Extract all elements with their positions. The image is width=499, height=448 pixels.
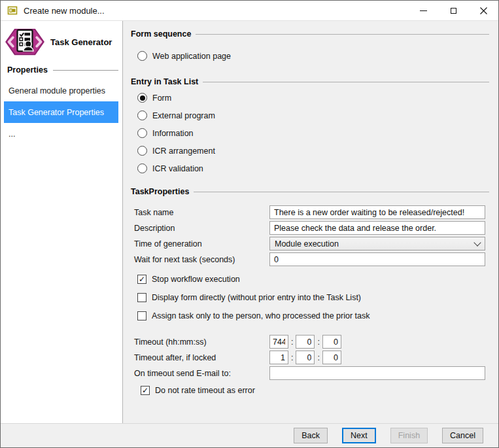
radio-label: External program — [152, 111, 215, 120]
radio-label: Information — [152, 129, 194, 138]
radio-row-external-program: External program — [137, 110, 489, 121]
group-rule — [194, 192, 489, 192]
radio-label: ICR validation — [152, 164, 203, 173]
radio-label: ICR arrangement — [152, 146, 215, 156]
timeout-label: Timeout (hh:mm:ss) — [134, 337, 269, 347]
check-icon: ✓ — [139, 275, 145, 283]
radio-button-information[interactable] — [137, 128, 147, 138]
dialog-window: Create new module... — [0, 0, 499, 448]
check-icon: ✓ — [142, 387, 148, 394]
sidebar-item-general-module-properties[interactable]: General module properties — [4, 80, 118, 101]
time-of-generation-select[interactable]: Module execution — [269, 237, 485, 250]
timeout-locked-seconds-input[interactable] — [322, 351, 341, 364]
form-window-icon — [7, 5, 18, 16]
field-row-description: Description — [134, 221, 489, 235]
checkbox-row-assign-task-only: Assign task only to the person, who proc… — [137, 311, 489, 321]
timeout-seconds-input[interactable] — [322, 335, 341, 349]
timeout-hours-input[interactable] — [269, 335, 288, 349]
sidebar-nav: General module properties Task Generator… — [1, 80, 122, 145]
stop-workflow-checkbox[interactable]: ✓ — [137, 275, 146, 284]
task-name-label: Task name — [134, 208, 269, 217]
description-label: Description — [134, 224, 269, 233]
task-generator-logo — [5, 27, 45, 57]
group-rule — [203, 82, 489, 82]
radio-row-information: Information — [137, 128, 489, 139]
field-row-timeout-email: On timeout send E-mail to: — [134, 366, 489, 380]
radio-button-icr-arrangement[interactable] — [137, 146, 147, 156]
wait-seconds-input[interactable] — [269, 252, 485, 266]
window-title: Create new module... — [24, 6, 105, 16]
main-panel: Form sequence Web application page Entry… — [123, 21, 498, 423]
group-title: Entry in Task List — [131, 77, 198, 86]
logo-row: Task Generator — [1, 27, 122, 57]
sidebar-item-more[interactable]: ... — [4, 123, 118, 145]
minimize-icon — [420, 10, 427, 11]
sidebar-item-label: Task Generator Properties — [9, 108, 104, 117]
group-header-form-sequence: Form sequence — [131, 29, 489, 39]
selected-option: Module execution — [275, 239, 339, 249]
sidebar-section-header: Properties — [7, 65, 118, 75]
field-row-time-of-generation: Time of generation Module execution — [134, 237, 489, 250]
radio-row-form: Form — [137, 92, 489, 103]
task-name-input[interactable] — [269, 205, 485, 219]
title-bar: Create new module... — [1, 1, 498, 21]
sidebar-section-title: Properties — [7, 65, 48, 75]
radio-label: Web application page — [152, 52, 231, 61]
timeout-locked-minutes-input[interactable] — [296, 351, 315, 364]
sidebar-item-task-generator-properties[interactable]: Task Generator Properties — [4, 101, 118, 123]
radio-row-icr-arrangement: ICR arrangement — [137, 145, 489, 156]
checkbox-label: Do not rate timeout as error — [155, 386, 255, 395]
radio-row-web-application-page: Web application page — [137, 50, 489, 61]
sidebar-section-rule — [53, 70, 118, 71]
checkbox-row-stop-workflow: ✓ Stop workflow execution — [137, 274, 489, 284]
timeout-locked-hours-input[interactable] — [269, 351, 288, 364]
checkbox-label: Display form directly (without prior ent… — [152, 293, 361, 302]
timeout-email-input[interactable] — [269, 366, 485, 380]
cancel-button[interactable]: Cancel — [442, 428, 483, 443]
checkbox-row-no-error: ✓ Do not rate timeout as error — [141, 385, 489, 396]
window-controls — [408, 1, 498, 20]
field-row-timeout-locked: Timeout after, if locked : : — [134, 351, 489, 364]
radio-button-form[interactable] — [137, 93, 147, 103]
checkbox-label: Assign task only to the person, who proc… — [152, 311, 370, 320]
maximize-button[interactable] — [438, 1, 468, 20]
radio-button-external-program[interactable] — [137, 111, 147, 120]
minimize-button[interactable] — [408, 1, 438, 20]
timeout-email-label: On timeout send E-mail to: — [134, 369, 269, 378]
radio-button-web-application-page[interactable] — [137, 51, 147, 61]
radio-label: Form — [152, 94, 171, 103]
display-form-directly-checkbox[interactable] — [137, 293, 146, 302]
description-input[interactable] — [269, 221, 485, 235]
colon-separator: : — [291, 337, 293, 347]
assign-task-only-checkbox[interactable] — [137, 311, 146, 320]
next-button[interactable]: Next — [342, 428, 376, 443]
button-bar: Back Next Finish Cancel — [1, 423, 498, 447]
field-row-wait-seconds: Wait for next task (seconds) — [134, 252, 489, 266]
checkbox-label: Stop workflow execution — [152, 275, 240, 284]
radio-row-icr-validation: ICR validation — [137, 163, 489, 174]
sidebar: Task Generator Properties General module… — [1, 21, 123, 423]
group-rule — [196, 34, 489, 35]
time-of-generation-label: Time of generation — [134, 239, 269, 249]
finish-button[interactable]: Finish — [390, 428, 428, 443]
group-header-entry-in-task-list: Entry in Task List — [131, 77, 489, 86]
timeout-minutes-input[interactable] — [296, 335, 315, 349]
colon-separator: : — [291, 353, 293, 362]
maximize-icon — [451, 8, 456, 14]
back-button[interactable]: Back — [294, 428, 328, 443]
wait-seconds-label: Wait for next task (seconds) — [134, 255, 269, 264]
group-header-task-properties: TaskProperties — [131, 187, 489, 196]
close-button[interactable] — [468, 1, 498, 20]
sidebar-item-label: ... — [9, 129, 15, 139]
group-title: Form sequence — [131, 29, 191, 39]
group-title: TaskProperties — [131, 187, 189, 196]
checkbox-row-display-form-directly: Display form directly (without prior ent… — [137, 292, 489, 303]
close-icon — [480, 7, 487, 14]
no-error-checkbox[interactable]: ✓ — [141, 386, 150, 395]
timeout-locked-label: Timeout after, if locked — [134, 353, 269, 362]
sidebar-item-label: General module properties — [9, 86, 105, 95]
chevron-down-icon — [473, 239, 481, 246]
colon-separator: : — [317, 353, 319, 362]
radio-button-icr-validation[interactable] — [137, 164, 147, 173]
field-row-timeout: Timeout (hh:mm:ss) : : — [134, 335, 489, 349]
